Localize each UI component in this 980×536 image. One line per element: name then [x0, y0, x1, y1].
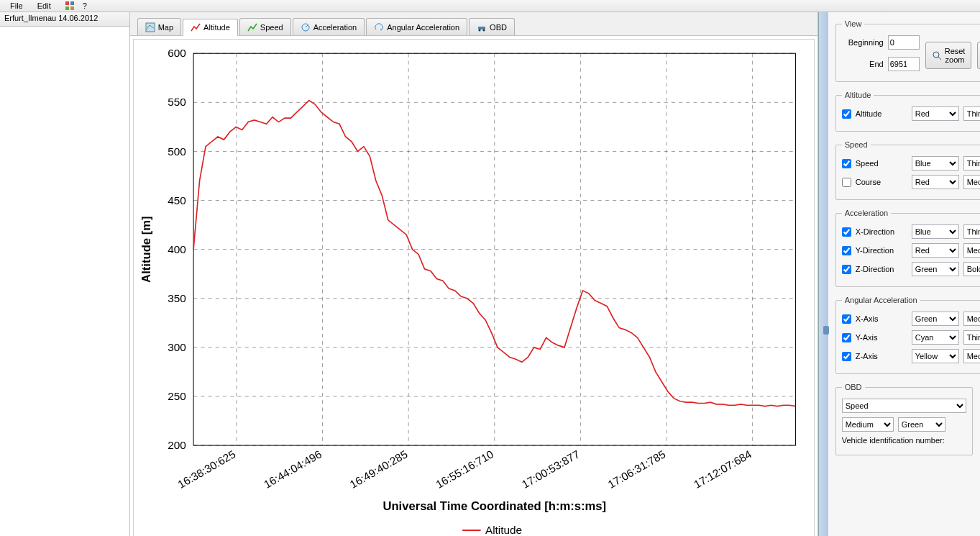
accel-y-weight-select[interactable]: ThinMediumBold [963, 243, 980, 258]
menu-file[interactable]: File [3, 0, 30, 12]
group-obd-legend: OBD [842, 383, 865, 391]
svg-text:500: 500 [168, 145, 186, 158]
splitter-handle-icon [823, 326, 829, 335]
group-altitude-legend: Altitude [842, 91, 874, 99]
svg-rect-2 [65, 6, 69, 10]
map-icon [145, 22, 155, 32]
altitude-check[interactable] [842, 109, 851, 119]
chart-area[interactable]: 20025030035040045050055060016:38:30:6251… [133, 39, 815, 536]
angular-icon [374, 22, 384, 32]
car-icon [477, 22, 487, 32]
svg-rect-0 [65, 1, 69, 5]
speed-weight-select[interactable]: ThinMediumBold [963, 156, 980, 171]
tab-acceleration-label: Acceleration [313, 23, 357, 32]
tab-obd[interactable]: OBD [469, 18, 515, 35]
altitude-weight-select[interactable]: ThinMediumBold [963, 106, 980, 121]
tab-angular-label: Angular Acceleration [387, 23, 459, 32]
svg-text:16:49:40:285: 16:49:40:285 [347, 448, 409, 491]
svg-text:400: 400 [168, 243, 186, 255]
accel-x-check[interactable] [842, 227, 851, 237]
accel-x-color-select[interactable]: RedBlueGreenCyanYellowBlack [912, 224, 959, 239]
zoom-reset-icon [932, 50, 942, 60]
accel-z-weight-select[interactable]: ThinMediumBold [963, 262, 980, 276]
tab-speed[interactable]: Speed [239, 18, 291, 35]
accel-x-weight-select[interactable]: ThinMediumBold [963, 224, 980, 239]
angaccel-x-check[interactable] [842, 314, 851, 324]
menu-edit[interactable]: Edit [30, 0, 58, 12]
accel-y-check[interactable] [842, 246, 851, 255]
angaccel-z-weight-select[interactable]: ThinMediumBold [963, 349, 980, 363]
tab-altitude[interactable]: Altitude [183, 19, 238, 36]
svg-text:600: 600 [168, 47, 186, 59]
tree-root-item[interactable]: Erfurt_Ilmenau 14.06.2012 [0, 12, 129, 27]
svg-text:450: 450 [168, 194, 186, 206]
group-obd: OBD SpeedRPMThrottle ThinMediumBold RedB… [835, 383, 973, 455]
accel-icon [301, 22, 311, 32]
beginning-input[interactable] [888, 35, 920, 50]
group-speed: Speed Speed RedBlueGreenCyanYellowBlack … [835, 140, 980, 200]
tab-acceleration[interactable]: Acceleration [293, 18, 365, 35]
accel-y-color-select[interactable]: RedBlueGreenCyanYellowBlack [912, 243, 959, 258]
course-weight-select[interactable]: ThinMediumBold [963, 175, 980, 189]
speed-check[interactable] [842, 159, 851, 168]
group-altitude: Altitude Altitude RedBlueGreenCyanYellow… [835, 91, 980, 132]
reset-view-button[interactable]: Reset view [977, 42, 980, 69]
tab-obd-label: OBD [490, 23, 507, 32]
svg-text:Altitude: Altitude [485, 524, 522, 536]
tab-map-label: Map [158, 23, 173, 32]
svg-text:Universal Time Coordinated [h:: Universal Time Coordinated [h:m:s:ms] [383, 499, 606, 513]
angaccel-x-color-select[interactable]: RedBlueGreenCyanYellowBlack [912, 312, 959, 326]
svg-text:17:00:53:877: 17:00:53:877 [520, 448, 582, 491]
speed-color-select[interactable]: RedBlueGreenCyanYellowBlack [912, 156, 959, 171]
obd-channel-select[interactable]: SpeedRPMThrottle [842, 399, 966, 413]
svg-rect-1 [70, 1, 74, 5]
angaccel-y-label: Y-Axis [856, 333, 907, 342]
tab-speed-label: Speed [260, 23, 283, 32]
menu-help[interactable]: ? [75, 0, 94, 12]
obd-color-select[interactable]: RedBlueGreenCyanYellowBlack [898, 417, 945, 432]
svg-point-46 [933, 52, 939, 58]
svg-text:16:44:04:496: 16:44:04:496 [262, 448, 324, 491]
tab-altitude-label: Altitude [203, 23, 230, 32]
svg-text:17:12:07:684: 17:12:07:684 [692, 448, 754, 491]
tab-angular-acceleration[interactable]: Angular Acceleration [366, 18, 467, 35]
beginning-label: Beginning [842, 38, 884, 47]
svg-text:Altitude [m]: Altitude [m] [139, 216, 153, 282]
svg-point-8 [483, 29, 485, 31]
angaccel-z-check[interactable] [842, 352, 851, 361]
angaccel-z-color-select[interactable]: RedBlueGreenCyanYellowBlack [912, 349, 959, 363]
accel-z-check[interactable] [842, 265, 851, 274]
angaccel-x-weight-select[interactable]: ThinMediumBold [963, 312, 980, 326]
course-color-select[interactable]: RedBlueGreenCyanYellowBlack [912, 175, 959, 189]
reset-zoom-button[interactable]: Reset zoom [925, 42, 972, 69]
svg-point-7 [479, 29, 481, 31]
tab-map[interactable]: Map [137, 18, 181, 35]
accel-x-label: X-Direction [856, 227, 907, 236]
accel-z-color-select[interactable]: RedBlueGreenCyanYellowBlack [912, 262, 959, 276]
group-acceleration-legend: Acceleration [842, 209, 892, 217]
altitude-check-label: Altitude [856, 109, 907, 118]
angaccel-y-weight-select[interactable]: ThinMediumBold [963, 330, 980, 345]
altitude-color-select[interactable]: RedBlueGreenCyanYellowBlack [912, 106, 959, 121]
end-label: End [842, 60, 884, 68]
speed-icon [247, 22, 257, 32]
tab-bar: Map Altitude Speed Acceleration Angular … [130, 12, 818, 36]
angaccel-x-label: X-Axis [856, 314, 907, 323]
course-check[interactable] [842, 178, 851, 187]
group-angular-acceleration: Angular Acceleration X-Axis RedBlueGreen… [835, 296, 980, 374]
svg-text:250: 250 [168, 390, 186, 402]
end-input[interactable] [888, 57, 920, 71]
vin-label: Vehicle identification number: [842, 436, 945, 445]
group-view-legend: View [842, 19, 865, 28]
chart-line-icon [191, 22, 201, 32]
angaccel-y-check[interactable] [842, 333, 851, 342]
accel-y-label: Y-Direction [856, 246, 907, 255]
obd-weight-select[interactable]: ThinMediumBold [842, 417, 894, 432]
tree-panel: Erfurt_Ilmenau 14.06.2012 [0, 12, 130, 536]
svg-line-47 [938, 57, 941, 60]
toolbar-quickaction-icon[interactable] [64, 0, 75, 12]
angaccel-z-label: Z-Axis [856, 352, 907, 360]
vertical-splitter[interactable] [818, 12, 828, 536]
angaccel-y-color-select[interactable]: RedBlueGreenCyanYellowBlack [912, 330, 959, 345]
svg-text:300: 300 [168, 341, 186, 353]
